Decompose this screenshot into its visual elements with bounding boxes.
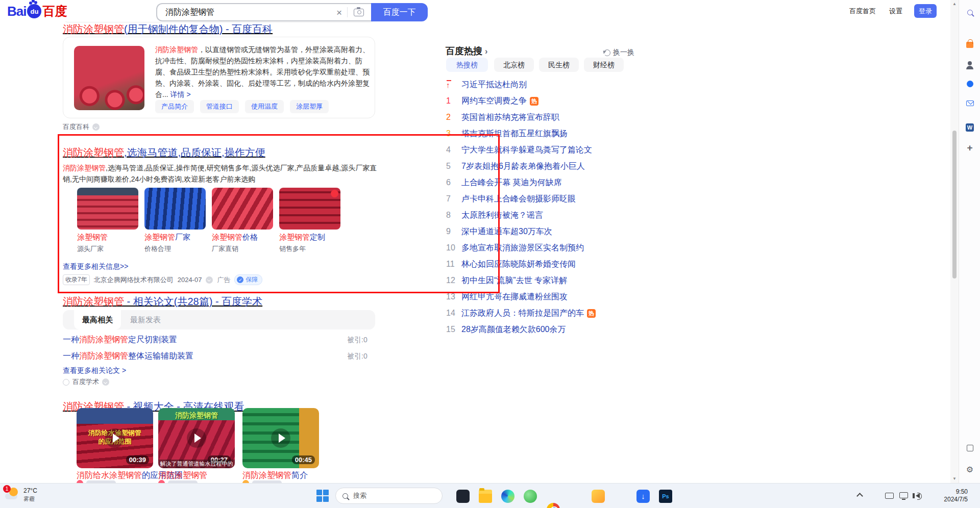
search-input[interactable]: [165, 8, 336, 17]
sidebar-add-icon[interactable]: +: [965, 143, 975, 153]
hot-item[interactable]: 3 塔吉克斯坦首都五星红旗飘扬: [446, 128, 568, 140]
hot-item-link[interactable]: 网红甲亢哥在挪威遭粉丝围攻: [461, 292, 568, 302]
clear-icon[interactable]: ×: [336, 8, 342, 17]
tab-latest[interactable]: 最新发表: [130, 315, 161, 325]
hot-item[interactable]: 4 宁大学生就科学躲避鸟粪写了篇论文: [446, 144, 592, 156]
feedback-chevron-icon[interactable]: [92, 123, 100, 131]
login-button[interactable]: 登录: [914, 4, 937, 18]
tab-beijing-list[interactable]: 北京榜: [494, 58, 534, 72]
baike-thumbnail-red-pipes[interactable]: [74, 46, 144, 110]
chrome-icon[interactable]: [547, 503, 560, 508]
start-button[interactable]: [316, 490, 329, 502]
hot-item[interactable]: 7 卢卡申科上合峰会朝摄影师眨眼: [446, 193, 576, 205]
sidebar-profile-icon[interactable]: [965, 59, 975, 69]
hot-item[interactable]: 12 初中生因“流脑”去世 专家详解: [446, 274, 567, 287]
file-explorer-icon[interactable]: [479, 490, 492, 503]
hot-item-link[interactable]: 江苏政府人员：特斯拉是国产的车: [461, 308, 584, 319]
sidebar-mail-icon[interactable]: [965, 98, 975, 108]
green-app-icon[interactable]: [524, 490, 537, 503]
hot-item-link[interactable]: 网约车空调费之争: [461, 96, 527, 107]
ad-image-red-pipe-ends[interactable]: [279, 188, 340, 230]
sidebar-word-icon[interactable]: W: [965, 122, 975, 133]
hot-item-link[interactable]: 上合峰会开幕 莫迪为何缺席: [461, 177, 561, 188]
weather-widget[interactable]: 1: [4, 487, 21, 504]
hot-item-link[interactable]: 7岁表姐抱6月龄表弟像抱着小巨人: [461, 161, 585, 172]
ad-feedback-chevron-icon[interactable]: [206, 276, 213, 284]
hot-item-link[interactable]: 宁大学生就科学躲避鸟粪写了篇论文: [461, 145, 592, 156]
ad-image-red-pipes-closeup[interactable]: [212, 188, 273, 230]
hot-item-link[interactable]: 卢卡申科上合峰会朝摄影师眨眼: [461, 194, 576, 205]
network-display-icon[interactable]: [899, 492, 908, 498]
touch-keyboard-icon[interactable]: [885, 493, 894, 499]
hot-item[interactable]: 2 英国首相苏纳克将宣布辞职: [446, 111, 559, 123]
hidden-icons-chevron[interactable]: [856, 493, 863, 499]
hot-item-link[interactable]: 习近平抵达杜尚别: [461, 80, 527, 90]
ad-title-link[interactable]: 消防涂塑钢管,选海马管道,品质保证,操作方便: [63, 146, 265, 160]
nav-settings[interactable]: 设置: [889, 7, 902, 16]
baike-detail-link[interactable]: 详情 >: [170, 90, 191, 98]
ad-company[interactable]: 北京企腾网络技术有限公司: [94, 275, 174, 285]
baike-tag[interactable]: 涂层塑厚: [290, 100, 329, 113]
volume-icon[interactable]: [916, 493, 920, 498]
ad-card-title[interactable]: 涂塑钢管厂家: [144, 233, 190, 242]
paper-link[interactable]: 一种消防涂塑钢管整体运输辅助装置: [63, 351, 193, 362]
tab-most-relevant[interactable]: 最高相关: [74, 310, 121, 329]
sidebar-settings-gear-icon[interactable]: ⚙: [965, 464, 975, 474]
amber-app-icon[interactable]: [592, 490, 605, 503]
sidebar-shopping-icon[interactable]: [965, 39, 975, 49]
ad-card-title[interactable]: 涂塑钢管: [77, 233, 108, 242]
scroll-up-arrow[interactable]: ▲: [950, 2, 959, 6]
scrollbar-thumb[interactable]: [952, 131, 957, 278]
paper-link[interactable]: 一种消防涂塑钢管定尺切割装置: [63, 335, 177, 345]
hot-item-link[interactable]: 多地宣布取消旅游景区实名制预约: [461, 243, 584, 253]
hot-item-link[interactable]: 28岁高颜值老赖欠款600余万: [461, 324, 566, 335]
hot-item[interactable]: 10 多地宣布取消旅游景区实名制预约: [446, 242, 584, 254]
ad-card-title[interactable]: 涂塑钢管定制: [279, 233, 325, 242]
feedback-chevron-icon[interactable]: [102, 378, 109, 386]
hot-item[interactable]: 14 江苏政府人员：特斯拉是国产的车 热: [446, 307, 596, 319]
hot-item[interactable]: 6 上合峰会开幕 莫迪为何缺席: [446, 176, 561, 189]
scroll-down-arrow[interactable]: ▼: [950, 476, 959, 481]
camera-icon[interactable]: [354, 9, 364, 16]
baike-tag[interactable]: 使用温度: [245, 100, 284, 113]
sidebar-app-dot-icon[interactable]: [965, 79, 975, 89]
hot-item-link[interactable]: 深中通道通车超30万车次: [461, 226, 552, 237]
hot-item[interactable]: 8 太原胜利街被淹？谣言: [446, 209, 543, 221]
hot-item[interactable]: 11 林心如回应陈晓陈妍希婚变传闻: [446, 258, 576, 270]
nav-baidu-home[interactable]: 百度首页: [849, 7, 876, 16]
baike-tag[interactable]: 产品简介: [155, 100, 194, 113]
taskbar-search[interactable]: 搜索: [335, 488, 443, 504]
baike-source[interactable]: 百度百科: [63, 122, 89, 132]
edge-browser-icon[interactable]: [501, 490, 514, 503]
baidu-logo[interactable]: Bai du 百度: [7, 3, 67, 20]
ad-image-red-pipes-warehouse[interactable]: [77, 188, 138, 230]
video-thumbnail[interactable]: 消防涂塑钢管 00:27 解决了普通管道输水过程中的: [158, 408, 235, 468]
refresh-button[interactable]: 换一换: [604, 48, 634, 57]
hot-item[interactable]: 15 28岁高颜值老赖欠款600余万: [446, 323, 566, 336]
video-caption[interactable]: 消防涂塑钢管简介: [242, 470, 308, 481]
tab-livelihood-list[interactable]: 民生榜: [539, 58, 579, 72]
video-caption[interactable]: 消防涂塑钢管: [158, 470, 207, 481]
hot-item[interactable]: 9 深中通道通车超30万车次: [446, 225, 552, 238]
sidebar-screenshot-icon[interactable]: [965, 443, 975, 453]
pinned-app-icon[interactable]: [456, 490, 470, 503]
tab-finance-list[interactable]: 财经榜: [584, 58, 624, 72]
photoshop-icon[interactable]: Ps: [659, 490, 672, 503]
search-box[interactable]: ×: [156, 3, 371, 21]
hot-item[interactable]: ↑ 习近平抵达杜尚别: [446, 79, 527, 91]
hot-item-link[interactable]: 初中生因“流脑”去世 专家详解: [461, 275, 567, 286]
hot-search-title[interactable]: 百度热搜 ›: [446, 45, 487, 57]
netdisk-app-icon[interactable]: ↓: [636, 490, 650, 503]
baike-tag[interactable]: 管道接口: [200, 100, 239, 113]
hot-item-link[interactable]: 英国首相苏纳克将宣布辞职: [461, 112, 559, 123]
video-thumbnail[interactable]: 00:45: [242, 408, 319, 468]
search-button[interactable]: 百度一下: [371, 3, 428, 21]
video-thumbnail[interactable]: 消防给水涂塑钢管的应用范围 00:39: [77, 408, 153, 468]
hot-item-link[interactable]: 塔吉克斯坦首都五星红旗飘扬: [461, 129, 568, 139]
tab-hot-list[interactable]: 热搜榜: [446, 58, 488, 72]
hot-item[interactable]: 5 7岁表姐抱6月龄表弟像抱着小巨人: [446, 160, 585, 172]
ad-image-blue-pipes-bundle[interactable]: [144, 188, 206, 230]
hot-item[interactable]: 13 网红甲亢哥在挪威遭粉丝围攻: [446, 291, 568, 303]
scrollbar[interactable]: ▲ ▼: [950, 0, 959, 483]
sidebar-search-icon[interactable]: [965, 7, 975, 17]
